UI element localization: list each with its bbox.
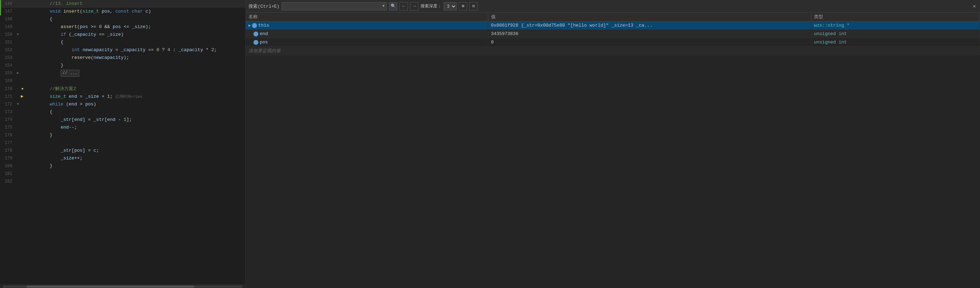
- arrow-indicator: [21, 124, 26, 131]
- fold-indicator[interactable]: [15, 147, 21, 155]
- search-dropdown-icon[interactable]: ▼: [382, 4, 384, 8]
- close-button[interactable]: ✕: [972, 3, 977, 9]
- fold-indicator[interactable]: ▶: [15, 70, 21, 77]
- code-content[interactable]: }: [26, 131, 245, 139]
- fold-indicator[interactable]: [15, 139, 21, 147]
- fold-indicator[interactable]: [15, 8, 21, 16]
- arrow-indicator: [21, 0, 26, 8]
- code-content[interactable]: _str[end] = _str[end - 1];: [26, 116, 245, 124]
- region-box[interactable]: // ...: [61, 70, 80, 77]
- arrow-indicator: [21, 77, 26, 85]
- code-content[interactable]: if (_capacity == _size): [26, 31, 245, 38]
- fold-indicator[interactable]: [15, 85, 21, 93]
- search-bar: 搜索(Ctrl+E) ▼ 🔍 ← → 搜索深度： 1 2 3 4 5 ⊞ ⊡ ✕: [246, 0, 980, 13]
- code-content[interactable]: // ...: [26, 70, 245, 77]
- line-number: 169: [1, 77, 15, 85]
- search-button[interactable]: 🔍: [389, 2, 397, 11]
- code-content[interactable]: }: [26, 162, 245, 170]
- next-result-button[interactable]: →: [410, 2, 418, 11]
- fold-indicator[interactable]: [15, 108, 21, 116]
- fold-indicator[interactable]: ▼: [15, 101, 21, 108]
- fold-indicator[interactable]: [15, 62, 21, 70]
- code-line: 150▼ if (_capacity == _size): [0, 31, 245, 38]
- expand-icon[interactable]: ▶: [248, 24, 251, 28]
- format-button[interactable]: ⊞: [459, 2, 467, 11]
- watch-panel: 搜索(Ctrl+E) ▼ 🔍 ← → 搜索深度： 1 2 3 4 5 ⊞ ⊡ ✕: [246, 0, 980, 288]
- code-content[interactable]: [26, 77, 245, 85]
- code-content[interactable]: [26, 170, 245, 178]
- code-line: 174 _str[end] = _str[end - 1];: [0, 116, 245, 124]
- arrow-indicator: [21, 101, 26, 108]
- code-line: 171► size_t end = _size + 1; 已用时间<=1ms: [0, 93, 245, 101]
- code-table: 146 //13. insert147 void insert(size_t p…: [0, 0, 245, 185]
- code-line: 177: [0, 139, 245, 147]
- add-watch-label[interactable]: 添加要监视的项: [246, 47, 980, 55]
- fold-indicator[interactable]: [15, 0, 21, 8]
- fold-indicator[interactable]: [15, 170, 21, 178]
- watch-var-value: 0: [488, 38, 811, 47]
- arrow-indicator: ►: [21, 93, 26, 101]
- fold-indicator[interactable]: [15, 124, 21, 131]
- depth-select[interactable]: 1 2 3 4 5: [444, 2, 457, 11]
- code-content[interactable]: [26, 139, 245, 147]
- code-line: 153 reserve(newcapacity);: [0, 54, 245, 62]
- fold-indicator[interactable]: [15, 155, 21, 162]
- code-content[interactable]: {: [26, 38, 245, 46]
- code-content[interactable]: _str[pos] = c;: [26, 147, 245, 155]
- code-content[interactable]: size_t end = _size + 1; 已用时间<=1ms: [26, 93, 245, 101]
- arrow-indicator: [21, 178, 26, 185]
- code-line: 173 {: [0, 108, 245, 116]
- code-content[interactable]: _size++;: [26, 155, 245, 162]
- watch-row[interactable]: end3435973836unsigned int: [246, 30, 980, 38]
- code-content[interactable]: }: [26, 62, 245, 70]
- code-content[interactable]: {: [26, 16, 245, 23]
- arrow-indicator: [21, 108, 26, 116]
- fold-indicator[interactable]: [15, 46, 21, 54]
- arrow-indicator: [21, 131, 26, 139]
- fold-indicator[interactable]: [15, 162, 21, 170]
- fold-indicator[interactable]: [15, 93, 21, 101]
- fold-indicator[interactable]: [15, 38, 21, 46]
- code-line: 182: [0, 178, 245, 185]
- search-input[interactable]: [284, 3, 381, 9]
- search-input-box[interactable]: ▼: [282, 2, 387, 11]
- code-content[interactable]: //13. insert: [26, 0, 245, 8]
- code-content[interactable]: while (end > pos): [26, 101, 245, 108]
- expand-button[interactable]: ⊡: [469, 2, 478, 11]
- watch-row[interactable]: ▶this0x0061f928 {_str=0x00d75e80 "[hello…: [246, 21, 980, 30]
- fold-indicator[interactable]: [15, 116, 21, 124]
- fold-indicator[interactable]: [15, 131, 21, 139]
- add-watch-row[interactable]: 添加要监视的项: [246, 47, 980, 55]
- scrollbar-thumb[interactable]: [27, 286, 194, 288]
- fold-indicator[interactable]: [15, 54, 21, 62]
- code-content[interactable]: int newcapacity = _capacity == 0 ? 4 : _…: [26, 46, 245, 54]
- code-line: 151 {: [0, 38, 245, 46]
- var-icon: [253, 40, 258, 45]
- fold-indicator[interactable]: [15, 16, 21, 23]
- fold-indicator[interactable]: [15, 23, 21, 31]
- fold-indicator[interactable]: [15, 77, 21, 85]
- line-number: 178: [1, 147, 15, 155]
- code-content[interactable]: void insert(size_t pos, const char c): [26, 8, 245, 16]
- var-icon: [252, 23, 257, 28]
- col-type: 类型: [811, 13, 980, 21]
- code-line: 152 int newcapacity = _capacity == 0 ? 4…: [0, 46, 245, 54]
- code-scrollbar[interactable]: [0, 285, 245, 288]
- code-content[interactable]: assert(pos >= 0 && pos <= _size);: [26, 23, 245, 31]
- watch-row[interactable]: pos0unsigned int: [246, 38, 980, 47]
- line-number: 146: [1, 0, 15, 8]
- arrow-indicator: [21, 38, 26, 46]
- code-content[interactable]: {: [26, 108, 245, 116]
- arrow-indicator: [21, 139, 26, 147]
- scrollbar-track[interactable]: [3, 286, 243, 288]
- code-content[interactable]: end--;: [26, 124, 245, 131]
- code-content[interactable]: reserve(newcapacity);: [26, 54, 245, 62]
- prev-result-button[interactable]: ←: [399, 2, 408, 11]
- line-number: 177: [1, 139, 15, 147]
- fold-indicator[interactable]: [15, 178, 21, 185]
- code-content[interactable]: //解决方案2: [26, 85, 245, 93]
- code-line: 146 //13. insert: [0, 0, 245, 8]
- code-content[interactable]: [26, 178, 245, 185]
- arrow-indicator: [21, 162, 26, 170]
- fold-indicator[interactable]: ▼: [15, 31, 21, 38]
